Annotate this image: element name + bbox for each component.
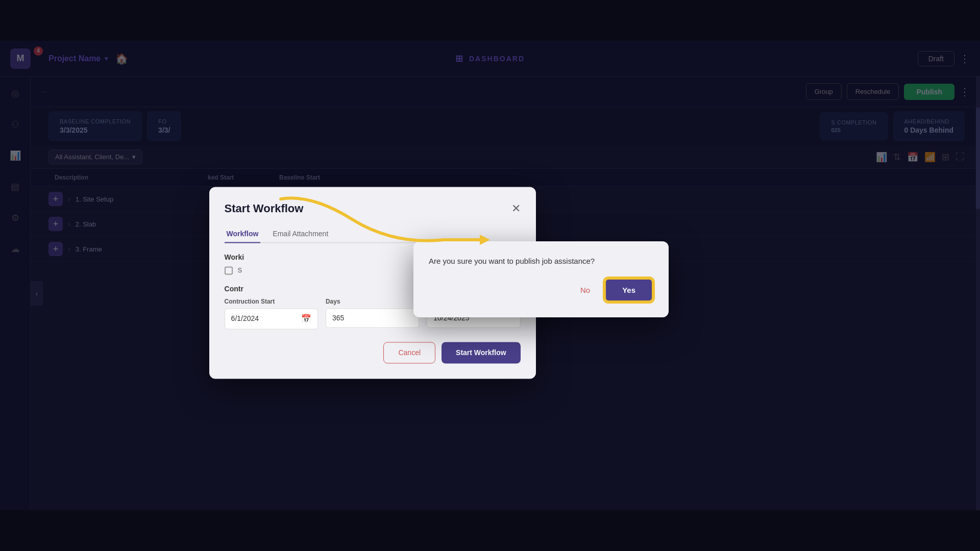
days-label: Days — [326, 298, 419, 305]
days-value: 365 — [332, 314, 344, 322]
modal-header: Start Workflow ✕ — [225, 202, 521, 215]
modal-footer: Cancel Start Workflow — [225, 342, 521, 363]
modal-tabs: Workflow Email Attachment — [225, 226, 521, 243]
confirm-buttons: No Yes — [429, 278, 653, 302]
modal-title: Start Workflow — [225, 202, 304, 215]
days-input[interactable]: 365 — [326, 308, 419, 328]
start-workflow-button[interactable]: Start Workflow — [442, 342, 521, 363]
modal-checkbox[interactable] — [225, 266, 233, 274]
confirm-yes-button[interactable]: Yes — [604, 278, 653, 302]
contract-start-input[interactable]: 6/1/2024 📅 — [225, 308, 318, 329]
tab-email-attachment[interactable]: Email Attachment — [271, 226, 330, 243]
tab-workflow[interactable]: Workflow — [225, 226, 261, 243]
confirm-no-button[interactable]: No — [572, 278, 598, 302]
cancel-button[interactable]: Cancel — [383, 342, 435, 363]
contract-col-2: Days 365 — [326, 298, 419, 329]
calendar-picker-icon[interactable]: 📅 — [301, 314, 311, 323]
confirm-dialog: Are you sure you want to publish job ass… — [413, 241, 669, 317]
contract-col-1: Contruction Start 6/1/2024 📅 — [225, 298, 318, 329]
contract-start-label: Contruction Start — [225, 298, 318, 305]
modal-close-button[interactable]: ✕ — [511, 202, 521, 215]
modal-checkbox-label: S — [238, 267, 242, 274]
confirm-message: Are you sure you want to publish job ass… — [429, 257, 653, 265]
contract-start-value: 6/1/2024 — [231, 315, 259, 323]
